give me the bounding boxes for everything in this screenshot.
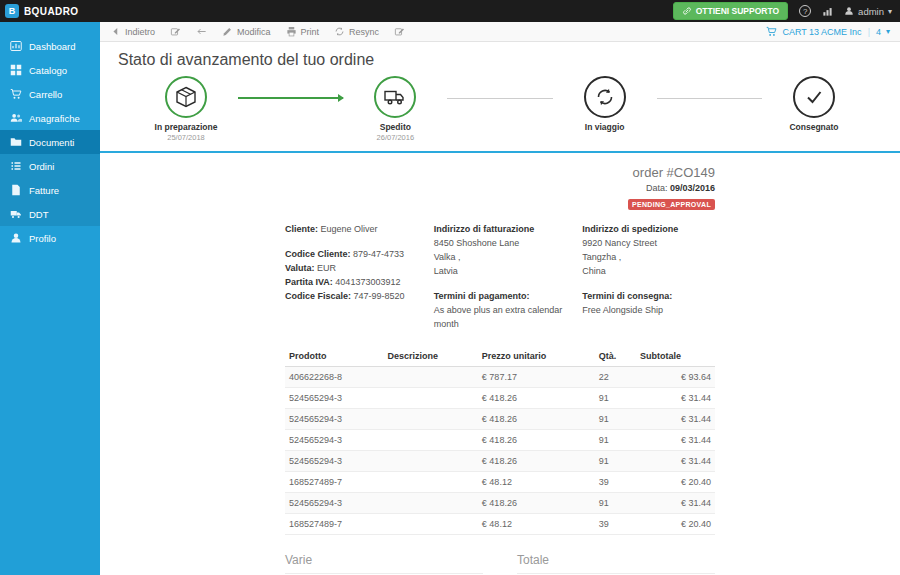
support-button[interactable]: OTTIENI SUPPORTO <box>673 2 788 20</box>
header-prezzo-unitario: Prezzo unitario <box>478 346 595 367</box>
customer-info: Cliente: Eugene Oliver Codice Cliente: 8… <box>285 223 418 332</box>
sidebar-item-catalogo[interactable]: Catalogo <box>0 58 100 82</box>
toolbar-button-label: Print <box>301 27 320 37</box>
sidebar-item-profilo[interactable]: Profilo <box>0 226 100 250</box>
user-menu[interactable]: admin ▾ <box>844 6 892 17</box>
order-item-cell <box>383 492 477 513</box>
edit-note-icon <box>394 26 405 37</box>
edit-note-button[interactable] <box>170 26 181 37</box>
sidebar-item-label: Profilo <box>29 233 56 244</box>
cart-label: CART 13 ACME Inc <box>782 27 861 37</box>
order-item-cell <box>383 408 477 429</box>
valuta-value: EUR <box>317 263 336 273</box>
order-item-cell: € 31.44 <box>636 387 715 408</box>
cliente-value: Eugene Oliver <box>321 224 378 234</box>
topbar-right: OTTIENI SUPPORTO ? admin ▾ <box>673 2 892 20</box>
sidebar-item-ordini[interactable]: Ordini <box>0 154 100 178</box>
main-toolbar: IndietroModificaPrintResync CART 13 ACME… <box>100 22 900 42</box>
sidebar-item-dashboard[interactable]: Dashboard <box>0 34 100 58</box>
page-title: Stato di avanzamento del tuo ordine <box>100 42 900 71</box>
billing-title: Indirizzo di fatturazione <box>434 223 567 237</box>
order-item-cell: € 787.17 <box>478 366 595 387</box>
brand-name: BQUADRO <box>24 6 78 17</box>
header-subtotale: Subtotale <box>636 346 715 367</box>
order-item-row: 524565294-3€ 418.2691€ 31.44 <box>285 387 715 408</box>
sidebar-item-label: Fatture <box>29 185 59 196</box>
brand[interactable]: B BQUADRO <box>5 4 101 18</box>
order-item-cell: 524565294-3 <box>285 492 383 513</box>
truck-icon <box>383 85 407 109</box>
order-items-body: 406622268-8€ 787.1722€ 93.64524565294-3€… <box>285 366 715 534</box>
step-label: In viaggio <box>585 122 625 132</box>
sidebar-item-fatture[interactable]: Fatture <box>0 178 100 202</box>
order-item-cell: 524565294-3 <box>285 408 383 429</box>
sidebar-item-label: Documenti <box>29 137 74 148</box>
order-items-table: Prodotto Descrizione Prezzo unitario Qtà… <box>285 346 715 535</box>
step-circle <box>374 76 416 118</box>
billing-line: Latvia <box>434 265 567 279</box>
order-item-cell <box>383 366 477 387</box>
order-item-cell: 39 <box>595 471 636 492</box>
order-item-cell: € 31.44 <box>636 450 715 471</box>
payment-terms-label-text: Termini di pagamento: <box>434 291 530 301</box>
sidebar: DashboardCatalogoCarrelloAnagraficheDocu… <box>0 22 100 575</box>
order-progress-section: In preparazione25/07/2018Spedito26/07/20… <box>100 71 900 153</box>
stats-icon[interactable] <box>822 6 833 17</box>
sync-icon <box>593 85 617 109</box>
fiscal-code-line: Codice Fiscale: 747-99-8520 <box>285 290 418 304</box>
profile-icon <box>10 232 22 244</box>
indietro-button[interactable]: Indietro <box>110 26 155 37</box>
caret-down-icon: ▾ <box>886 27 890 36</box>
codice-fiscale-value: 747-99-8520 <box>354 291 405 301</box>
billing-line: 8450 Shoshone Lane <box>434 237 567 251</box>
delivery-terms-value: Free Alongside Ship <box>582 304 715 318</box>
order-item-cell: 91 <box>595 408 636 429</box>
toolbar-button-label: Indietro <box>125 27 155 37</box>
order-item-cell: € 48.12 <box>478 513 595 534</box>
help-icon[interactable]: ? <box>799 5 811 17</box>
package-icon <box>174 85 198 109</box>
order-item-cell: 168527489-7 <box>285 471 383 492</box>
payment-terms-label: Termini di pagamento: <box>434 290 567 304</box>
arrow-left-button[interactable] <box>196 26 207 37</box>
shipping-title-text: Indirizzo di spedizione <box>582 224 678 234</box>
table-header-row: Prodotto Descrizione Prezzo unitario Qtà… <box>285 346 715 367</box>
order-item-cell: € 31.44 <box>636 492 715 513</box>
resync-button[interactable]: Resync <box>334 26 379 37</box>
edit-note-button[interactable] <box>394 26 405 37</box>
order-item-cell: 168527489-7 <box>285 513 383 534</box>
arrow-left-icon <box>196 26 207 37</box>
orders-icon <box>10 160 22 172</box>
step-connector <box>238 97 343 99</box>
cliente-label: Cliente: <box>285 224 318 234</box>
cart-link[interactable]: CART 13 ACME Inc | 4 ▾ <box>766 26 890 37</box>
step-label: Consegnato <box>789 122 838 132</box>
status-badge: PENDING_APPROVAL <box>628 199 715 210</box>
sidebar-item-anagrafiche[interactable]: Anagrafiche <box>0 106 100 130</box>
sidebar-item-label: Carrello <box>29 89 62 100</box>
step-label: In preparazione <box>155 122 218 132</box>
order-item-cell <box>383 513 477 534</box>
modifica-button[interactable]: Modifica <box>222 26 271 37</box>
step-label: Spedito <box>380 122 411 132</box>
order-item-cell: € 31.44 <box>636 408 715 429</box>
order-document: order #CO149 Data: 09/03/2016 PENDING_AP… <box>285 165 715 575</box>
codice-cliente-label: Codice Cliente: <box>285 249 351 259</box>
sidebar-item-label: Dashboard <box>29 41 75 52</box>
print-button[interactable]: Print <box>286 26 320 37</box>
toolbar-button-label: Modifica <box>237 27 271 37</box>
partita-iva-label: Partita IVA: <box>285 277 333 287</box>
order-item-cell: € 20.40 <box>636 471 715 492</box>
order-item-cell <box>383 471 477 492</box>
header-descrizione: Descrizione <box>383 346 477 367</box>
order-step-1: In preparazione25/07/2018 <box>134 76 238 142</box>
sidebar-item-carrello[interactable]: Carrello <box>0 82 100 106</box>
toolbar-button-label: Resync <box>349 27 379 37</box>
step-circle <box>165 76 207 118</box>
payment-terms-value: As above plus an extra calendar month <box>434 304 567 332</box>
customer-grid: Cliente: Eugene Oliver Codice Cliente: 8… <box>285 223 715 332</box>
order-step-4: Consegnato <box>762 76 866 142</box>
caret-down-icon: ▾ <box>888 7 892 16</box>
sidebar-item-ddt[interactable]: DDT <box>0 202 100 226</box>
sidebar-item-documenti[interactable]: Documenti <box>0 130 100 154</box>
